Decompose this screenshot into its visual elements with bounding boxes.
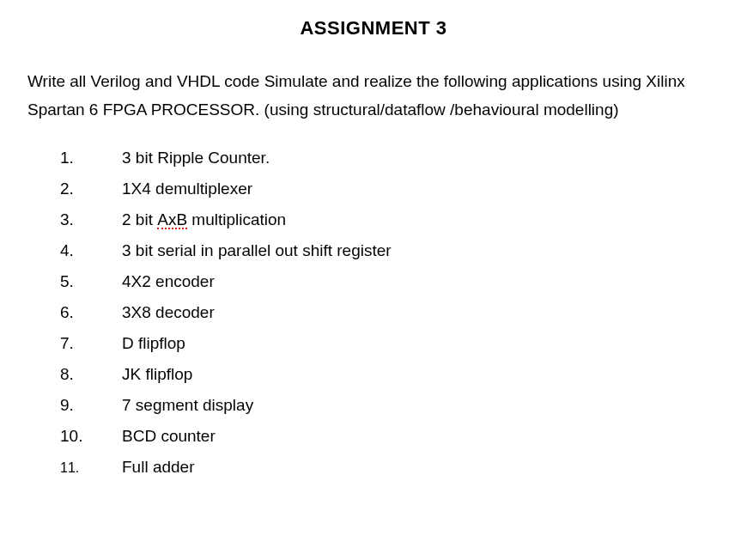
assignment-title: ASSIGNMENT 3 [26,17,721,40]
assignment-list: 1.3 bit Ripple Counter.2.1X4 demultiplex… [26,149,721,477]
list-item-text-after: multiplication [187,210,286,228]
list-item-text: Full adder [122,458,721,477]
list-item: 10.BCD counter [60,427,721,446]
list-item-number: 2. [60,180,122,198]
list-item: 6.3X8 decoder [60,303,721,322]
list-item-text-before: D flipflop [122,334,185,352]
list-item-text-before: 3 bit serial in parallel out shift regis… [122,241,392,259]
list-item: 9.7 segment display [60,396,721,415]
list-item: 1.3 bit Ripple Counter. [60,149,721,167]
list-item-number: 1. [60,149,122,167]
list-item-number: 11. [60,460,122,476]
list-item-text-before: BCD counter [122,427,216,445]
spellcheck-underline: AxB [157,212,187,229]
list-item: 11.Full adder [60,458,721,477]
list-item-text-before: 3X8 decoder [122,303,215,321]
list-item-number: 7. [60,334,122,353]
list-item: 5.4X2 encoder [60,272,721,291]
list-item-number: 5. [60,272,122,291]
list-item-number: 4. [60,241,122,260]
list-item-number: 10. [60,427,122,446]
list-item-text-before: 3 bit Ripple Counter. [122,149,270,167]
list-item-text: JK flipflop [122,365,721,384]
list-item-number: 3. [60,210,122,229]
list-item-text-before: 1X4 demultiplexer [122,180,252,198]
list-item-text: BCD counter [122,427,721,446]
list-item-text: 2 bit AxB multiplication [122,210,721,229]
list-item-text: 7 segment display [122,396,721,415]
list-item: 2.1X4 demultiplexer [60,180,721,198]
list-item-text: 3X8 decoder [122,303,721,322]
list-item: 3.2 bit AxB multiplication [60,210,721,229]
list-item-text-before: 4X2 encoder [122,272,215,290]
list-item-text: D flipflop [122,334,721,353]
list-item-text-before: Full adder [122,458,195,476]
list-item-text: 1X4 demultiplexer [122,180,721,198]
list-item-text-before: JK flipflop [122,365,192,383]
list-item-text: 3 bit Ripple Counter. [122,149,721,167]
list-item-text-before: 7 segment display [122,396,253,414]
list-item-text: 3 bit serial in parallel out shift regis… [122,241,721,260]
list-item: 7.D flipflop [60,334,721,353]
list-item-text-before: 2 bit [122,210,157,228]
list-item-number: 6. [60,303,122,322]
list-item-text: 4X2 encoder [122,272,721,291]
list-item-number: 8. [60,365,122,384]
assignment-intro: Write all Verilog and VHDL code Simulate… [26,67,721,125]
list-item: 8.JK flipflop [60,365,721,384]
list-item: 4.3 bit serial in parallel out shift reg… [60,241,721,260]
list-item-number: 9. [60,396,122,415]
